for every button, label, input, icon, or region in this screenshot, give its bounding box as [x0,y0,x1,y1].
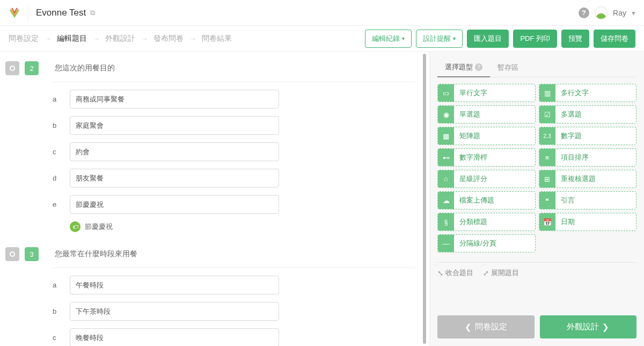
scrollbar[interactable] [423,54,426,344]
breadcrumb-item[interactable]: 外觀設計 [105,34,135,44]
chevron-down-icon: ▾ [402,35,405,41]
help-icon[interactable]: ? [579,8,589,18]
option-input[interactable] [70,169,279,188]
qtype-rating[interactable]: ☆星級評分 [437,170,536,188]
qtype-date[interactable]: 📅日期 [539,213,637,231]
checkbox-icon: ☑ [539,106,555,123]
radio-type-icon[interactable] [5,61,19,75]
arrow-icon: → [141,34,148,43]
option-input[interactable] [70,90,279,109]
question-title[interactable]: 您這次的用餐目的 [55,63,115,73]
topbar-right: ? Ray ▾ [579,6,635,19]
divider-icon: — [438,235,454,252]
number-icon: 2.3 [539,127,555,145]
breadcrumb: 問卷設定 → 編輯題目 → 外觀設計 → 發布問卷 → 問卷結果 [9,34,232,44]
qtype-repeat-check[interactable]: ⊞重複核選題 [539,170,637,188]
qtype-section[interactable]: §分類標題 [437,213,536,231]
user-name: Ray [613,9,626,17]
qtype-matrix[interactable]: ▦矩陣題 [437,127,536,145]
qtype-slider[interactable]: ⊷數字滑桿 [437,148,536,167]
preview-button[interactable]: 預覽 [561,30,589,48]
question-block: 2 您這次的用餐目的 a b c d e 🏷節慶慶祝 [5,61,415,232]
qtype-number[interactable]: 2.3數字題 [539,127,637,145]
chevron-down-icon: ▾ [453,35,456,41]
grid-icon: ⊞ [539,170,555,188]
option-label: c [53,148,60,156]
external-link-icon[interactable]: ⧉ [90,9,95,17]
option-input[interactable] [70,116,279,135]
radio-icon: ◉ [438,106,454,123]
qtype-multi-line[interactable]: ▥多行文字 [539,84,637,102]
quote-icon: ❝ [539,192,555,209]
qtype-checkbox[interactable]: ☑多選題 [539,105,637,124]
qtype-radio[interactable]: ◉單選題 [437,105,536,124]
qtype-divider[interactable]: —分隔線/分頁 [437,234,536,253]
chevron-right-icon: ❯ [602,322,609,332]
nav-next-button[interactable]: 外觀設計❯ [540,315,637,338]
breadcrumb-item[interactable]: 問卷結果 [202,34,232,44]
subbar: 問卷設定 → 編輯題目 → 外觀設計 → 發布問卷 → 問卷結果 編輯紀錄▾ 設… [0,26,644,52]
arrow-icon: → [92,34,100,43]
save-button[interactable]: 儲存問卷 [594,30,635,48]
option-row: d [53,169,415,188]
logo-icon [9,7,20,19]
ranking-icon: ≡ [539,149,555,166]
question-number: 3 [25,247,39,261]
nav-prev-button[interactable]: ❮問卷設定 [437,315,535,338]
topbar-left: Evonne Test ⧉ [9,5,95,20]
topbar: Evonne Test ⧉ ? Ray ▾ [0,0,644,26]
divider [437,262,636,263]
edit-history-button[interactable]: 編輯紀錄▾ [365,30,412,48]
divider [53,268,415,268]
divider [28,5,28,20]
breadcrumb-item-active[interactable]: 編輯題目 [57,34,87,44]
qtype-ranking[interactable]: ≡項目排序 [539,148,637,167]
radio-type-icon[interactable] [5,247,19,261]
matrix-icon: ▦ [438,127,454,145]
option-label: a [53,95,60,103]
option-row: a [53,90,415,109]
sidebar-footer: ❮問卷設定 外觀設計❯ [437,309,636,338]
expand-icon: ⤢ [483,269,489,277]
option-input[interactable] [70,302,279,321]
option-row: a [53,276,415,294]
expand-button[interactable]: ⤢展開題目 [483,268,519,278]
option-input[interactable] [70,276,279,294]
single-line-icon: ▭ [438,84,454,102]
star-icon: ☆ [438,170,454,188]
project-title: Evonne Test ⧉ [36,8,95,18]
option-tag[interactable]: 🏷節慶慶祝 [70,221,415,232]
qtype-single-line[interactable]: ▭單行文字 [437,84,536,102]
question-header: 2 您這次的用餐目的 [5,61,415,75]
sidebar: 選擇題型? 暫存區 ▭單行文字 ▥多行文字 ◉單選題 ☑多選題 ▦矩陣題 2.3… [429,52,644,346]
option-input[interactable] [70,328,279,346]
avatar[interactable] [595,6,608,19]
question-title[interactable]: 您最常在什麼時段來用餐 [55,249,137,259]
tag-text: 節慶慶祝 [85,222,113,232]
qtype-quote[interactable]: ❝引言 [539,191,637,210]
qtype-upload[interactable]: ☁檔案上傳題 [437,191,536,210]
collapse-button[interactable]: ⤡收合題目 [437,268,473,278]
option-label: a [53,281,60,289]
collapse-controls: ⤡收合題目 ⤢展開題目 [437,268,636,278]
tab-question-types[interactable]: 選擇題型? [437,58,490,77]
sidebar-tabs: 選擇題型? 暫存區 [437,58,636,77]
multi-line-icon: ▥ [539,84,555,102]
project-title-text: Evonne Test [36,8,86,18]
design-tip-button[interactable]: 設計提醒▾ [416,30,463,48]
pdf-button[interactable]: PDF 列印 [513,30,557,48]
breadcrumb-item[interactable]: 問卷設定 [9,34,39,44]
import-button[interactable]: 匯入題目 [467,30,509,48]
option-row: c [53,328,415,346]
collapse-icon: ⤡ [437,269,443,277]
option-input[interactable] [70,142,279,161]
option-input[interactable] [70,195,279,214]
option-label: e [53,200,60,208]
option-label: c [53,334,60,342]
breadcrumb-item[interactable]: 發布問卷 [153,34,184,44]
cloud-icon: ☁ [438,192,454,209]
option-row: e [53,195,415,214]
chevron-down-icon[interactable]: ▾ [632,9,635,17]
calendar-icon: 📅 [539,213,555,230]
tab-staging[interactable]: 暫存區 [490,58,526,77]
